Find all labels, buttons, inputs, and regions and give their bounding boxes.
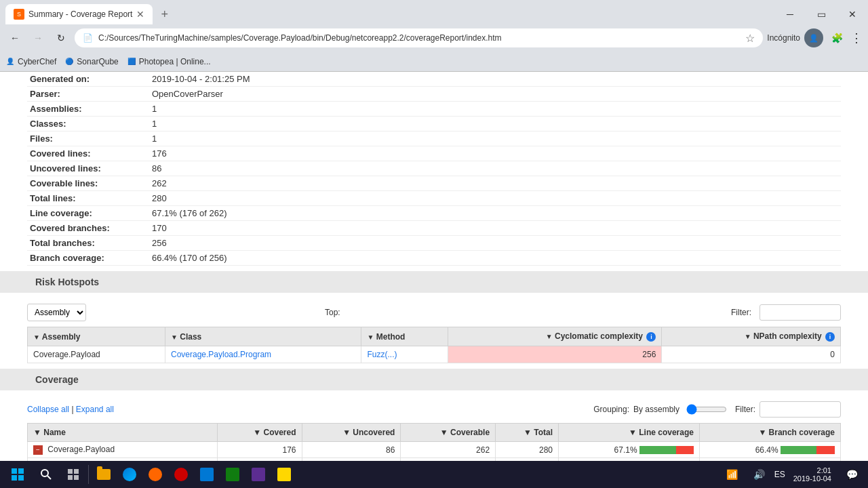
col-npath-header[interactable]: ▼ NPath complexity i	[662, 327, 841, 346]
task-view-icon	[67, 468, 79, 481]
network-icon[interactable]: 📶	[720, 462, 745, 487]
risk-npath-cell: 0	[662, 346, 841, 363]
risk-filter-input[interactable]	[760, 304, 841, 321]
edge-taskbar[interactable]	[117, 462, 142, 487]
sonarqube-icon: 🔵	[64, 57, 74, 66]
file-explorer-taskbar[interactable]	[92, 462, 116, 487]
tab-close-button[interactable]: ✕	[136, 9, 144, 20]
coverage-col-coverable[interactable]: ▼ Coverable	[401, 424, 496, 442]
svg-line-5	[47, 476, 51, 479]
svg-rect-1	[18, 468, 24, 474]
branch-coverage-bar-miss	[816, 446, 835, 454]
edge-icon	[123, 468, 136, 481]
back-button[interactable]: ←	[5, 28, 24, 47]
collapse-expand-links: Collapse all | Expand all	[27, 405, 114, 414]
expand-all-link[interactable]: Expand all	[76, 405, 114, 414]
grouping-slider[interactable]	[686, 404, 727, 415]
green-app-icon	[226, 468, 239, 481]
assemblies-label: Assemblies:	[27, 102, 149, 117]
start-button[interactable]	[4, 462, 31, 487]
risk-class-link[interactable]: Coverage.Payload.Program	[171, 350, 271, 359]
coverage-col-uncovered[interactable]: ▼ Uncovered	[302, 424, 401, 442]
risk-method-cell: Fuzz(...)	[361, 346, 448, 363]
collapse-all-link[interactable]: Collapse all	[27, 405, 69, 414]
bookmark-photopea-label: Photopea | Online...	[139, 57, 211, 66]
profile-button[interactable]: 👤	[804, 28, 823, 47]
purple-app-icon	[252, 468, 265, 481]
name-sort-icon: ▼	[33, 428, 41, 437]
coverable-lines-value: 262	[149, 176, 841, 191]
minimize-button[interactable]: ─	[774, 4, 806, 24]
new-tab-button[interactable]: +	[155, 7, 174, 22]
risk-hotspots-header: Risk Hotspots	[0, 271, 868, 293]
svg-rect-3	[18, 475, 24, 481]
reload-button[interactable]: ↻	[52, 28, 71, 47]
col-assembly-header[interactable]: ▼ Assembly	[28, 327, 165, 346]
blue-app-taskbar[interactable]	[195, 462, 219, 487]
coverage-header: Coverage	[0, 369, 868, 390]
taskbar: 📶 🔊 ES 2:01 2019-10-04 💬	[0, 461, 868, 488]
clock-date: 2019-10-04	[793, 474, 831, 483]
windows-logo-icon	[11, 468, 24, 481]
svg-rect-8	[68, 475, 73, 480]
yellow-app-taskbar[interactable]	[272, 462, 296, 487]
yellow-app-icon	[277, 468, 291, 481]
coverage-branch-pct-cell: 66.4%	[699, 442, 840, 458]
svg-rect-9	[74, 475, 79, 480]
bookmark-sonarqube-label: SonarQube	[77, 57, 118, 66]
task-view-button[interactable]	[61, 462, 85, 487]
bookmark-photopea[interactable]: 🟦 Photopea | Online...	[127, 57, 211, 66]
red-app-taskbar[interactable]	[169, 462, 193, 487]
taskbar-clock[interactable]: 2:01 2019-10-04	[788, 466, 837, 483]
address-text[interactable]: C:/Sources/TheTuringMachine/samples/Cove…	[98, 33, 502, 43]
line-pct-value: 67.1%	[614, 445, 637, 455]
parser-value: OpenCoverParser	[149, 87, 841, 102]
row-toggle-icon[interactable]: −	[33, 445, 43, 455]
browser-tab[interactable]: S Summary - Coverage Report ✕	[5, 4, 153, 24]
line-coverage-bar-miss	[676, 446, 694, 454]
forward-button[interactable]: →	[28, 28, 47, 47]
coverage-filter-input[interactable]	[760, 401, 841, 418]
blue-app-icon	[200, 468, 214, 481]
uncovered-lines-value: 86	[149, 161, 841, 176]
files-label: Files:	[27, 131, 149, 146]
search-button[interactable]	[33, 462, 60, 487]
notification-button[interactable]: 💬	[840, 462, 864, 487]
coverage-col-name[interactable]: ▼ Name	[28, 424, 218, 442]
col-class-header[interactable]: ▼ Class	[165, 327, 361, 346]
col-cyclomatic-header[interactable]: ▼ Cyclomatic complexity i	[448, 327, 662, 346]
coverage-covered-cell: 176	[218, 442, 302, 458]
assembly-dropdown[interactable]: Assembly	[27, 304, 86, 321]
cyclomatic-info-icon[interactable]: i	[646, 332, 656, 342]
address-lock-icon: 📄	[83, 33, 93, 43]
coverage-col-total[interactable]: ▼ Total	[496, 424, 559, 442]
filter-label-coverage: Filter:	[735, 405, 755, 414]
bookmark-cyberchef[interactable]: 👤 CyberChef	[5, 57, 56, 66]
bookmark-cyberchef-label: CyberChef	[18, 57, 56, 66]
coverage-col-branch[interactable]: ▼ Branch coverage	[699, 424, 840, 442]
col-method-header[interactable]: ▼ Method	[361, 327, 448, 346]
cyberchef-icon: 👤	[5, 57, 15, 66]
npath-info-icon[interactable]: i	[825, 332, 835, 342]
bookmark-star-icon[interactable]: ☆	[745, 32, 755, 45]
line-coverage-label: Line coverage:	[27, 206, 149, 221]
volume-icon[interactable]: 🔊	[747, 462, 772, 487]
browser-menu-button[interactable]: ⋮	[850, 30, 863, 45]
green-app-taskbar[interactable]	[220, 462, 245, 487]
extensions-button[interactable]: 🧩	[827, 28, 846, 47]
maximize-button[interactable]: ▭	[806, 4, 837, 24]
method-sort-icon: ▼	[367, 333, 374, 341]
bookmark-sonarqube[interactable]: 🔵 SonarQube	[64, 57, 118, 66]
language-indicator: ES	[774, 470, 785, 479]
risk-method-link[interactable]: Fuzz(...)	[367, 350, 397, 359]
orange-app-taskbar[interactable]	[143, 462, 167, 487]
coverage-col-line[interactable]: ▼ Line coverage	[558, 424, 699, 442]
clock-time: 2:01	[793, 466, 831, 474]
coverage-total-cell: 280	[496, 442, 559, 458]
coverage-col-covered[interactable]: ▼ Covered	[218, 424, 302, 442]
risk-cyclomatic-cell: 256	[448, 346, 662, 363]
purple-app-taskbar[interactable]	[246, 462, 271, 487]
coverage-uncovered-cell: 86	[302, 442, 401, 458]
branch-coverage-bar-fill	[781, 446, 816, 454]
close-button[interactable]: ✕	[837, 4, 868, 24]
